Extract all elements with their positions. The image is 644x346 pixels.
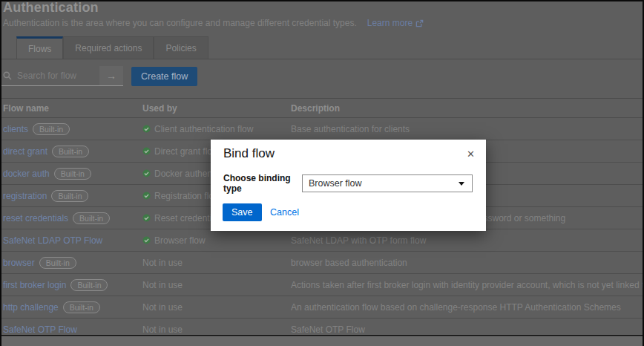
builtin-badge: Built-in (51, 190, 88, 202)
table-row: SafeNet LDAP OTP Flow Browser flow SafeN… (1, 229, 643, 252)
builtin-badge: Built-in (33, 123, 70, 135)
table-row: first broker login Built-in Not in use A… (1, 274, 643, 296)
description-text: browser based authentication (291, 258, 643, 268)
tab-required-actions-label: Required actions (75, 43, 142, 53)
column-header-flow-name: Flow name (1, 103, 142, 114)
search-box (1, 66, 99, 86)
builtin-badge: Built-in (39, 257, 76, 269)
tab-policies-label: Policies (165, 43, 196, 53)
search-submit-button[interactable]: → (99, 66, 123, 86)
page-title: Authentication (3, 1, 99, 16)
column-header-used-by: Used by (142, 103, 291, 114)
save-button[interactable]: Save (223, 203, 262, 221)
tab-policies[interactable]: Policies (154, 36, 208, 59)
tab-bar: Flows Required actions Policies (16, 36, 208, 59)
used-by-text: Client authentication flow (154, 124, 253, 134)
external-link-icon (415, 19, 424, 27)
success-check-icon (142, 169, 151, 177)
flow-name-link[interactable]: direct grant (3, 146, 47, 157)
used-by-text: Browser flow (154, 235, 206, 246)
flow-name-link[interactable]: first broker login (3, 280, 66, 290)
chevron-down-icon (459, 182, 464, 186)
bind-flow-modal: Bind flow ✕ Choose binding type Browser … (211, 140, 486, 231)
success-check-icon (142, 125, 151, 133)
binding-type-field: Choose binding type Browser flow (223, 174, 473, 192)
success-check-icon (142, 236, 151, 244)
table-row: clients Built-in Client authentication f… (1, 118, 643, 140)
arrow-right-icon: → (106, 70, 116, 82)
create-flow-button[interactable]: Create flow (131, 67, 197, 86)
table-row: SafeNet OTP Flow Not in use SafeNet OTP … (1, 319, 643, 335)
binding-type-label: Choose binding type (223, 173, 302, 194)
table-row: http challenge Built-in Not in use An au… (1, 296, 643, 319)
description-text: Actions taken after first broker login w… (291, 280, 643, 290)
success-check-icon (142, 214, 151, 222)
flow-name-link[interactable]: reset credentials (3, 213, 68, 223)
success-check-icon (142, 192, 151, 200)
modal-title: Bind flow (223, 146, 275, 161)
tab-flows-label: Flows (28, 44, 51, 54)
builtin-badge: Built-in (63, 301, 100, 313)
table-header-row: Flow name Used by Description (1, 98, 643, 118)
flow-name-link[interactable]: registration (3, 191, 47, 201)
used-by-text: Not in use (142, 324, 183, 335)
bottom-bar (1, 336, 643, 346)
tab-required-actions[interactable]: Required actions (63, 36, 154, 59)
used-by-text: Not in use (142, 302, 183, 313)
description-text: SafeNet OTP Flow (291, 324, 643, 335)
description-text: SafeNet LDAP with OTP form flow (291, 235, 643, 246)
binding-type-value: Browser flow (309, 178, 362, 189)
tab-flows[interactable]: Flows (16, 36, 63, 59)
page-subtitle: Authentication is the area where you can… (3, 18, 424, 28)
flow-name-link[interactable]: SafeNet OTP Flow (3, 324, 77, 335)
flow-name-link[interactable]: http challenge (3, 302, 59, 313)
window-frame: Authentication Authentication is the are… (0, 0, 644, 346)
description-text: Base authentication for clients (291, 124, 643, 134)
search-input[interactable] (16, 70, 96, 82)
builtin-badge: Built-in (73, 212, 110, 224)
table-row: browser Built-in Not in use browser base… (1, 252, 643, 274)
used-by-text: Direct grant flow (154, 146, 219, 157)
used-by-text: Not in use (142, 280, 183, 290)
learn-more-label: Learn more (367, 18, 413, 28)
cancel-button[interactable]: Cancel (266, 206, 303, 218)
used-by-text: Not in use (142, 258, 183, 268)
page-subtitle-text: Authentication is the area where you can… (3, 18, 357, 28)
builtin-badge: Built-in (54, 168, 91, 180)
description-text: An authentication flow based on challeng… (291, 302, 643, 313)
flow-name-link[interactable]: browser (3, 258, 35, 268)
builtin-badge: Built-in (70, 279, 108, 291)
learn-more-link[interactable]: Learn more (367, 18, 424, 28)
binding-type-select[interactable]: Browser flow (302, 174, 473, 192)
success-check-icon (142, 147, 151, 155)
builtin-badge: Built-in (52, 146, 89, 157)
close-icon[interactable]: ✕ (465, 147, 476, 161)
column-header-description: Description (291, 103, 643, 114)
flow-name-link[interactable]: SafeNet LDAP OTP Flow (3, 235, 102, 246)
flow-name-link[interactable]: docker auth (3, 169, 50, 179)
tab-bar-underline (1, 59, 643, 59)
flow-name-link[interactable]: clients (3, 124, 28, 134)
search-icon (3, 71, 12, 80)
